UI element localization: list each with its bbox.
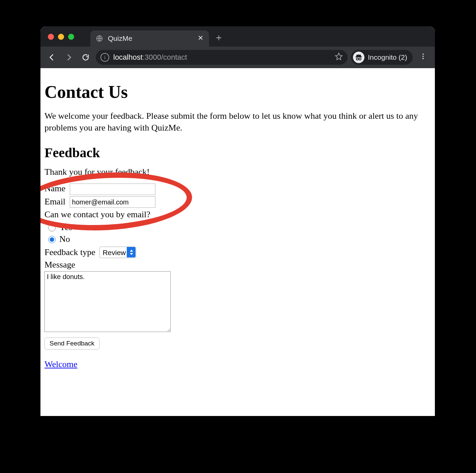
page-title: Contact Us: [44, 80, 431, 104]
welcome-link[interactable]: Welcome: [44, 359, 78, 369]
tab-title: QuizMe: [108, 34, 132, 43]
back-button[interactable]: [45, 51, 59, 64]
url-path: :3000/contact: [143, 53, 187, 61]
browser-menu-button[interactable]: [416, 53, 430, 62]
email-label: Email: [44, 197, 65, 206]
radio-yes-row: Yes: [47, 221, 431, 233]
site-info-icon[interactable]: i: [100, 53, 109, 62]
browser-tab[interactable]: QuizMe: [90, 30, 209, 47]
contact-question: Can we contact you by email?: [44, 208, 431, 220]
close-tab-icon[interactable]: [198, 34, 204, 43]
name-input[interactable]: [70, 184, 155, 195]
radio-yes[interactable]: [48, 224, 56, 231]
email-row: Email: [44, 196, 431, 208]
new-tab-button[interactable]: [209, 33, 229, 47]
reload-button[interactable]: [79, 51, 92, 64]
message-textarea[interactable]: [44, 271, 171, 332]
send-feedback-button[interactable]: Send Feedback: [44, 337, 99, 350]
feedback-type-select[interactable]: Review: [99, 247, 136, 258]
address-bar[interactable]: i localhost:3000/contact: [96, 50, 348, 65]
svg-point-2: [356, 58, 358, 60]
feedback-heading: Feedback: [44, 144, 431, 162]
radio-no[interactable]: [48, 236, 56, 243]
bookmark-star-icon[interactable]: [335, 52, 343, 62]
feedback-type-label: Feedback type: [44, 247, 95, 257]
svg-point-6: [422, 58, 424, 59]
incognito-label: Incognito (2): [368, 53, 407, 61]
minimize-window-button[interactable]: [58, 34, 64, 40]
name-label: Name: [44, 184, 65, 193]
tab-strip: QuizMe: [40, 26, 435, 47]
name-row: Name: [44, 183, 431, 195]
radio-yes-label: Yes: [59, 221, 72, 233]
radio-no-row: No: [47, 233, 431, 245]
page-content: Contact Us We welcome your feedback. Ple…: [40, 68, 435, 385]
feedback-type-select-wrap: Review: [99, 246, 136, 258]
globe-icon: [96, 35, 103, 42]
browser-toolbar: i localhost:3000/contact Incognito (2): [40, 47, 435, 68]
window-controls: [48, 34, 74, 40]
svg-point-4: [422, 54, 424, 55]
forward-button[interactable]: [62, 51, 76, 64]
svg-point-5: [422, 56, 424, 57]
svg-rect-1: [355, 57, 362, 57]
url-host: localhost: [113, 53, 143, 61]
radio-no-label: No: [59, 233, 70, 245]
email-input[interactable]: [70, 196, 155, 208]
feedback-type-row: Feedback type Review: [44, 246, 431, 258]
svg-point-3: [359, 58, 361, 60]
zoom-window-button[interactable]: [68, 34, 74, 40]
url-text: localhost:3000/contact: [113, 53, 187, 62]
message-label: Message: [44, 259, 431, 271]
browser-window: QuizMe i localhost:3000/contact: [40, 26, 435, 416]
incognito-icon: [353, 52, 364, 63]
flash-message: Thank you for your feedback!: [44, 166, 431, 178]
intro-text: We welcome your feedback. Please submit …: [44, 110, 431, 134]
incognito-indicator[interactable]: Incognito (2): [351, 50, 413, 65]
close-window-button[interactable]: [48, 34, 54, 40]
